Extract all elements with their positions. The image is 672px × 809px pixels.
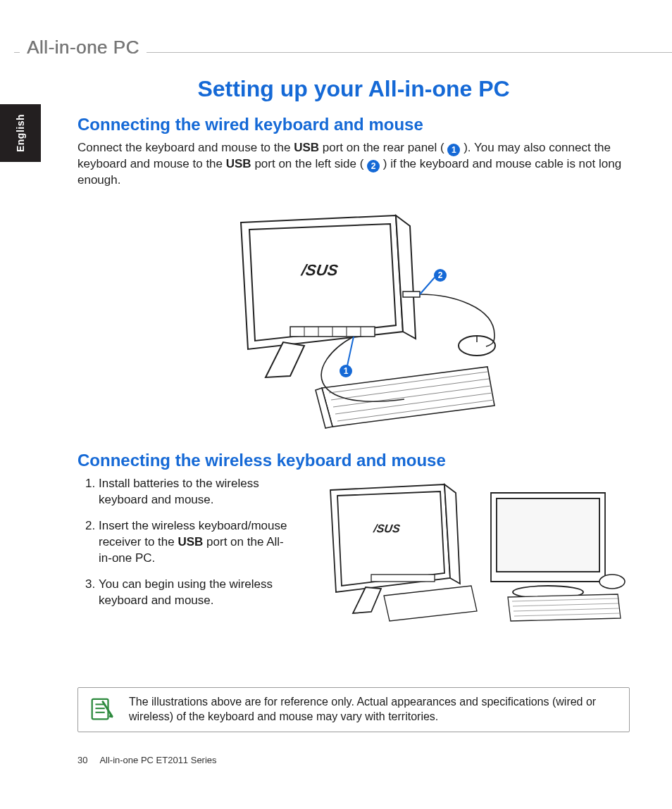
usb-label: USB bbox=[178, 535, 203, 548]
page-footer: 30 All-in-one PC ET2011 Series bbox=[77, 755, 217, 765]
figure-callout-2: 2 bbox=[434, 269, 447, 282]
svg-rect-11 bbox=[403, 291, 420, 297]
note-box: The illustrations above are for referenc… bbox=[77, 687, 630, 732]
svg-marker-10 bbox=[266, 342, 304, 377]
note-icon bbox=[88, 696, 115, 723]
figure-wireless: /SUS bbox=[312, 476, 630, 624]
svg-marker-34 bbox=[508, 594, 621, 621]
callout-badge-2: 2 bbox=[367, 160, 380, 173]
section2-heading: Connecting the wireless keyboard and mou… bbox=[77, 451, 630, 470]
figure-wired: /SUS bbox=[199, 201, 509, 434]
svg-line-21 bbox=[420, 277, 435, 294]
usb-label: USB bbox=[226, 157, 251, 170]
svg-marker-28 bbox=[384, 586, 477, 621]
page-body: Setting up your All-in-one PC Connecting… bbox=[77, 66, 630, 732]
series-label: All-in-one PC ET2011 Series bbox=[99, 755, 216, 765]
figure-callout-1: 1 bbox=[340, 365, 352, 377]
svg-rect-26 bbox=[371, 575, 435, 582]
svg-marker-2 bbox=[249, 224, 396, 341]
text: Install batteries to the wireless keyboa… bbox=[99, 477, 259, 506]
callout-badge-1: 1 bbox=[447, 144, 460, 156]
step-2: Insert the wireless keyboard/mouse recei… bbox=[99, 518, 292, 567]
svg-marker-27 bbox=[353, 587, 381, 613]
wired-illustration: /SUS bbox=[199, 201, 509, 434]
svg-text:/SUS: /SUS bbox=[300, 261, 340, 279]
svg-point-33 bbox=[599, 575, 625, 589]
text: port on the left side ( bbox=[251, 157, 367, 170]
svg-text:/SUS: /SUS bbox=[372, 522, 401, 534]
page-title: Setting up your All-in-one PC bbox=[77, 76, 630, 102]
header-rule: All-in-one PC bbox=[0, 44, 672, 61]
wireless-illustration: /SUS bbox=[316, 476, 626, 624]
language-label: English bbox=[15, 114, 26, 152]
product-name: All-in-one PC bbox=[20, 37, 147, 58]
section1-paragraph: Connect the keyboard and mouse to the US… bbox=[77, 140, 630, 189]
usb-label: USB bbox=[294, 141, 319, 154]
step-1: Install batteries to the wireless keyboa… bbox=[99, 476, 292, 508]
text: Connect the keyboard and mouse to the bbox=[77, 141, 294, 154]
step-3: You can begin using the wireless keyboar… bbox=[99, 577, 292, 609]
text: You can begin using the wireless keyboar… bbox=[99, 577, 273, 607]
note-text: The illustrations above are for referenc… bbox=[129, 695, 616, 725]
section1-heading: Connecting the wired keyboard and mouse bbox=[77, 115, 630, 134]
language-tab: English bbox=[0, 104, 41, 162]
text: port on the rear panel ( bbox=[319, 141, 447, 154]
svg-marker-24 bbox=[337, 491, 444, 586]
svg-rect-31 bbox=[497, 498, 599, 572]
steps-list: Install batteries to the wireless keyboa… bbox=[77, 476, 292, 619]
page-number: 30 bbox=[77, 755, 87, 765]
section2-row: Install batteries to the wireless keyboa… bbox=[77, 476, 630, 624]
svg-line-20 bbox=[347, 337, 354, 369]
